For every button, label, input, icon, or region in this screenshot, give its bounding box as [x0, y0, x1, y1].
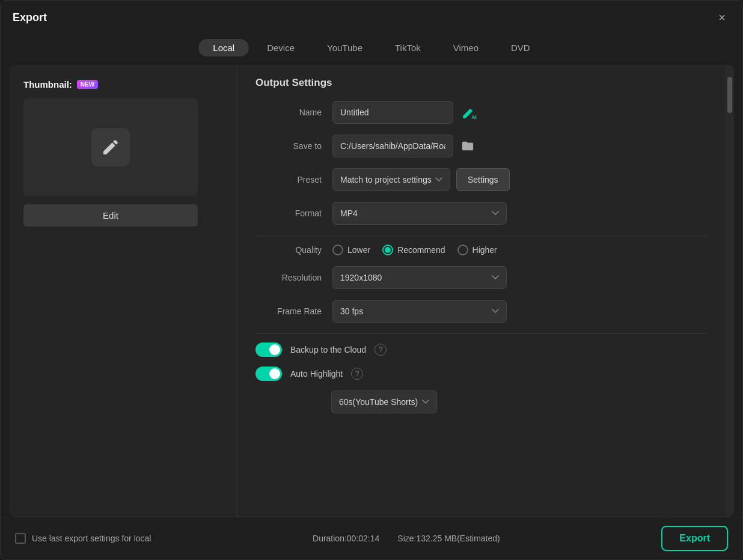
save-to-label: Save to [255, 141, 322, 151]
thumbnail-preview [23, 98, 198, 196]
tab-device[interactable]: Device [252, 39, 309, 56]
output-settings-title: Output Settings [255, 77, 708, 89]
radio-lower[interactable] [332, 245, 343, 255]
auto-highlight-toggle[interactable] [255, 367, 282, 381]
backup-toggle[interactable] [255, 342, 282, 357]
scrollbar-thumb [727, 77, 732, 113]
bottom-left: Use last export settings for local [15, 533, 151, 544]
size-info: Size:132.25 MB(Estimated) [397, 534, 500, 543]
resolution-row: Resolution 1920x1080 [255, 266, 708, 289]
right-panel: Output Settings Name AI Save to [237, 65, 726, 517]
svg-text:AI: AI [471, 114, 477, 120]
title-bar: Export × [1, 1, 742, 34]
frame-rate-select[interactable]: 30 fps [332, 300, 507, 323]
radio-recommend[interactable] [382, 245, 393, 255]
close-button[interactable]: × [714, 9, 730, 26]
auto-highlight-label: Auto Highlight [290, 369, 343, 379]
resolution-label: Resolution [255, 273, 322, 282]
tab-vimeo[interactable]: Vimeo [439, 39, 493, 56]
format-select[interactable]: MP4 [332, 202, 507, 225]
backup-row: Backup to the Cloud ? [255, 342, 708, 357]
scrollbar-area[interactable] [726, 65, 734, 517]
bottom-bar: Use last export settings for local Durat… [1, 517, 742, 559]
quality-row: Quality Lower Recommend Higher [255, 245, 708, 255]
highlight-duration-row: 60s(YouTube Shorts) [331, 391, 708, 413]
tab-youtube[interactable]: YouTube [313, 39, 377, 56]
quality-higher-label: Higher [472, 245, 497, 255]
auto-highlight-help-icon[interactable]: ? [351, 368, 363, 380]
main-content: Thumbnail: NEW Edit Output Settings Name [9, 65, 734, 517]
edit-icon [101, 138, 120, 157]
quality-lower-label: Lower [347, 245, 370, 255]
name-label: Name [255, 108, 322, 117]
frame-rate-row: Frame Rate 30 fps [255, 300, 708, 323]
ai-icon[interactable]: AI [459, 103, 479, 122]
auto-highlight-row: Auto Highlight ? [255, 367, 708, 381]
thumbnail-icon-box [91, 128, 130, 166]
name-input-group: AI [332, 101, 479, 124]
quality-recommend-label: Recommend [397, 245, 445, 255]
quality-recommend[interactable]: Recommend [382, 245, 445, 255]
name-row: Name AI [255, 101, 708, 124]
last-export-label: Use last export settings for local [32, 534, 151, 543]
resolution-select[interactable]: 1920x1080 [332, 266, 507, 289]
format-row: Format MP4 [255, 202, 708, 225]
new-badge: NEW [77, 80, 98, 89]
backup-help-icon[interactable]: ? [375, 344, 387, 356]
edit-button[interactable]: Edit [23, 204, 198, 227]
last-export-checkbox[interactable] [15, 533, 26, 544]
highlight-duration-select[interactable]: 60s(YouTube Shorts) [331, 391, 437, 413]
save-to-input[interactable] [332, 135, 453, 157]
export-dialog: Export × Local Device YouTube TikTok Vim… [0, 0, 743, 560]
divider-2 [255, 333, 708, 334]
tab-local[interactable]: Local [198, 39, 249, 56]
name-input[interactable] [332, 101, 453, 124]
left-panel: Thumbnail: NEW Edit [9, 65, 237, 517]
quality-label: Quality [255, 245, 322, 255]
duration-info: Duration:00:02:14 [313, 534, 379, 543]
bottom-center: Duration:00:02:14 Size:132.25 MB(Estimat… [313, 534, 500, 543]
export-button[interactable]: Export [661, 526, 728, 551]
folder-icon[interactable] [459, 138, 476, 154]
save-to-row: Save to [255, 135, 708, 157]
backup-label: Backup to the Cloud [290, 345, 366, 355]
divider-1 [255, 236, 708, 236]
dialog-title: Export [13, 11, 47, 24]
preset-row: Preset Match to project settings Setting… [255, 168, 708, 191]
preset-input-group: Match to project settings Settings [332, 168, 510, 191]
thumbnail-label: Thumbnail: NEW [23, 79, 98, 90]
save-to-input-group [332, 135, 476, 157]
frame-rate-label: Frame Rate [255, 306, 322, 316]
thumbnail-text: Thumbnail: [23, 79, 72, 90]
tab-tiktok[interactable]: TikTok [381, 39, 435, 56]
settings-button[interactable]: Settings [456, 168, 510, 191]
quality-higher[interactable]: Higher [457, 245, 497, 255]
tab-dvd[interactable]: DVD [497, 39, 545, 56]
format-label: Format [255, 208, 322, 218]
preset-label: Preset [255, 175, 322, 184]
quality-lower[interactable]: Lower [332, 245, 370, 255]
quality-options: Lower Recommend Higher [332, 245, 497, 255]
tab-bar: Local Device YouTube TikTok Vimeo DVD [1, 34, 742, 65]
radio-higher[interactable] [457, 245, 468, 255]
preset-select[interactable]: Match to project settings [332, 168, 450, 191]
